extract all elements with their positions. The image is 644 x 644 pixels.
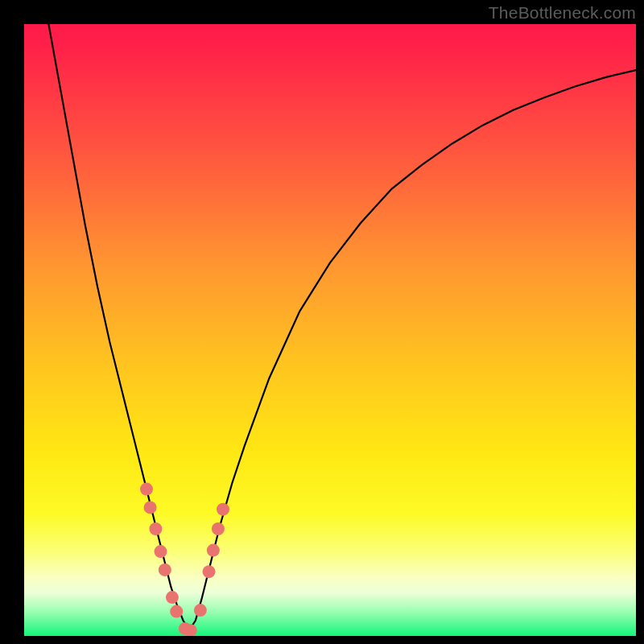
marker-point bbox=[140, 483, 153, 496]
marker-point bbox=[207, 544, 220, 557]
marker-point bbox=[154, 545, 167, 558]
marker-point bbox=[166, 591, 179, 604]
chart-frame: TheBottleneck.com bbox=[0, 0, 644, 644]
marker-point bbox=[212, 522, 225, 535]
chart-svg bbox=[24, 24, 636, 636]
marker-point bbox=[217, 503, 229, 516]
marker-point bbox=[194, 604, 207, 617]
gradient-background bbox=[24, 24, 636, 636]
marker-point bbox=[144, 501, 157, 514]
plot-area bbox=[24, 24, 636, 636]
marker-point bbox=[170, 605, 183, 618]
marker-point bbox=[203, 565, 216, 578]
marker-point bbox=[149, 522, 162, 535]
marker-point bbox=[159, 564, 171, 576]
watermark-text: TheBottleneck.com bbox=[489, 3, 636, 23]
